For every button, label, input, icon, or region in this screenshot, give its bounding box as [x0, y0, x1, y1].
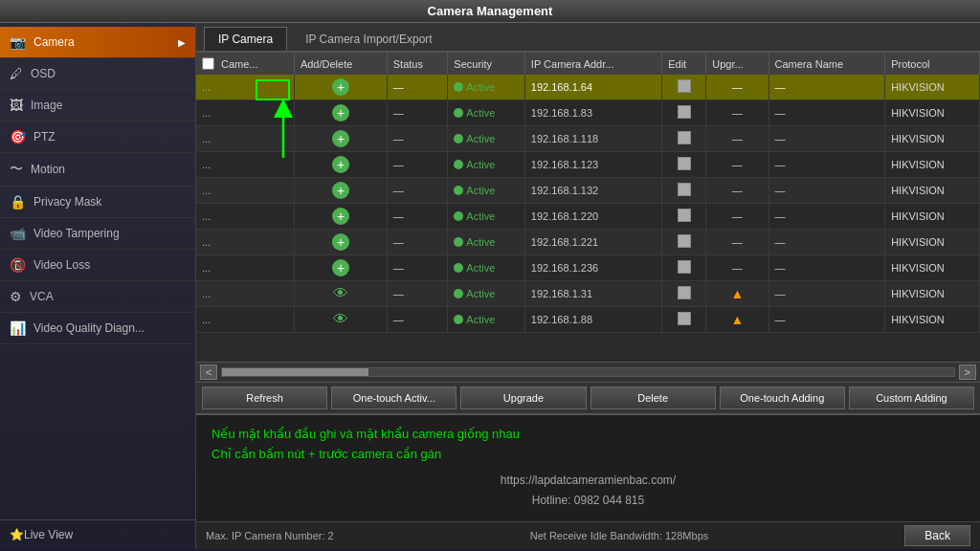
- cell-status-2: —: [387, 126, 448, 152]
- sidebar-item-privacy-mask[interactable]: 🔒 Privacy Mask: [0, 187, 195, 218]
- info-text-1: Nếu mật khẩu đầu ghi và mật khẩu camera …: [212, 425, 965, 465]
- cell-edit-5[interactable]: [662, 204, 706, 230]
- select-all-checkbox[interactable]: [202, 57, 214, 70]
- cell-add-8[interactable]: 👁: [295, 281, 387, 307]
- col-header-8: Protocol: [885, 53, 980, 75]
- action-btn-0[interactable]: Refresh: [202, 386, 327, 409]
- tab-ip-camera-import/export[interactable]: IP Camera Import/Export: [291, 27, 447, 51]
- edit-icon-6[interactable]: [678, 234, 691, 248]
- add-camera-btn-1[interactable]: +: [332, 104, 349, 121]
- edit-icon-2[interactable]: [678, 131, 691, 144]
- add-camera-btn-4[interactable]: +: [332, 182, 349, 199]
- sidebar-item-live-view[interactable]: ⭐ Live View: [0, 519, 195, 549]
- table-row: ...+—Active192.168.1.83——HIKVISION: [196, 100, 980, 126]
- eye-btn-9[interactable]: 👁: [333, 311, 348, 327]
- cell-add-2[interactable]: +: [295, 126, 387, 152]
- edit-icon-1[interactable]: [678, 105, 691, 119]
- add-camera-btn-2[interactable]: +: [332, 130, 349, 147]
- edit-icon-4[interactable]: [678, 183, 691, 196]
- status-active-4: Active: [454, 185, 519, 196]
- back-button[interactable]: Back: [904, 525, 970, 546]
- info-website: https://lapdatcameramienbac.com/ Hotline…: [212, 471, 965, 512]
- cell-cam-6: ...: [196, 230, 295, 255]
- cell-ip-9: 192.168.1.88: [524, 307, 661, 333]
- sidebar-item-video-loss[interactable]: 📵 Video Loss: [0, 250, 195, 281]
- sidebar-label-video-tampering: Video Tampering: [33, 227, 120, 240]
- sidebar-label-motion: Motion: [31, 163, 65, 176]
- cell-status-6: —: [387, 230, 448, 255]
- cell-edit-3[interactable]: [662, 152, 706, 178]
- sidebar-item-vca[interactable]: ⚙ VCA: [0, 281, 195, 313]
- sidebar-item-video-quality[interactable]: 📊 Video Quality Diagn...: [0, 313, 195, 344]
- edit-icon-3[interactable]: [678, 157, 691, 170]
- cell-upgrade-6: —: [706, 230, 768, 255]
- table-row: ...+—Active192.168.1.123——HIKVISION: [196, 152, 980, 178]
- warning-icon-8: ▲: [730, 286, 744, 301]
- edit-icon-8[interactable]: [678, 286, 691, 299]
- edit-icon-0[interactable]: [678, 79, 691, 93]
- action-btn-3[interactable]: Delete: [590, 386, 716, 409]
- cell-add-5[interactable]: +: [295, 204, 387, 230]
- cell-protocol-8: HIKVISION: [885, 281, 980, 307]
- sidebar-item-ptz[interactable]: 🎯 PTZ: [0, 121, 195, 153]
- cell-edit-1[interactable]: [662, 100, 706, 126]
- cell-edit-0[interactable]: [662, 75, 706, 100]
- info-area: Nếu mật khẩu đầu ghi và mật khẩu camera …: [196, 413, 980, 521]
- cell-security-9: Active: [448, 307, 525, 333]
- status-active-0: Active: [454, 81, 519, 93]
- action-btn-2[interactable]: Upgrade: [460, 386, 586, 409]
- cell-edit-4[interactable]: [662, 178, 706, 204]
- cell-name-9: —: [768, 307, 885, 333]
- tab-ip-camera[interactable]: IP Camera: [204, 27, 287, 51]
- cell-add-4[interactable]: +: [295, 178, 387, 204]
- table-row: ...👁—Active192.168.1.31▲—HIKVISION: [196, 281, 980, 307]
- cell-status-7: —: [387, 255, 448, 281]
- vca-icon: ⚙: [10, 289, 22, 304]
- cell-upgrade-9: ▲: [706, 307, 768, 333]
- cell-edit-8[interactable]: [662, 281, 706, 307]
- action-btn-4[interactable]: One-touch Adding: [720, 386, 845, 409]
- status-bar: Max. IP Camera Number: 2 Net Receive Idl…: [196, 521, 980, 549]
- scroll-track[interactable]: [221, 367, 954, 377]
- cell-edit-7[interactable]: [662, 255, 706, 281]
- edit-icon-9[interactable]: [678, 312, 691, 325]
- edit-icon-7[interactable]: [678, 260, 691, 274]
- status-active-3: Active: [454, 159, 519, 170]
- cell-upgrade-3: —: [706, 152, 768, 178]
- cell-name-3: —: [768, 152, 885, 178]
- sidebar-item-osd[interactable]: 🖊 OSD: [0, 58, 195, 90]
- cell-edit-2[interactable]: [662, 126, 706, 152]
- cell-protocol-5: HIKVISION: [885, 204, 980, 230]
- add-camera-btn-0[interactable]: +: [332, 78, 349, 96]
- cell-security-3: Active: [448, 152, 525, 178]
- sidebar-item-camera[interactable]: 📷 Camera ▶: [0, 27, 195, 58]
- cell-add-1[interactable]: +: [295, 100, 387, 126]
- add-camera-btn-5[interactable]: +: [332, 208, 349, 225]
- cell-add-7[interactable]: +: [295, 255, 387, 281]
- cell-edit-6[interactable]: [662, 230, 706, 255]
- cell-name-5: —: [768, 204, 885, 230]
- cell-add-0[interactable]: +: [295, 75, 387, 100]
- sidebar-label-video-quality: Video Quality Diagn...: [33, 321, 145, 335]
- cell-add-3[interactable]: +: [295, 152, 387, 178]
- cell-upgrade-0: —: [706, 75, 768, 100]
- cell-add-9[interactable]: 👁: [295, 307, 387, 333]
- cell-add-6[interactable]: +: [295, 230, 387, 255]
- action-btn-5[interactable]: Custom Adding: [849, 386, 974, 409]
- horizontal-scrollbar[interactable]: < >: [196, 362, 980, 382]
- col-header-5: Edit: [662, 53, 706, 75]
- edit-icon-5[interactable]: [678, 209, 691, 222]
- add-camera-btn-7[interactable]: +: [332, 259, 349, 276]
- cell-edit-9[interactable]: [662, 307, 706, 333]
- sidebar-label-privacy-mask: Privacy Mask: [33, 195, 101, 209]
- scroll-left-btn[interactable]: <: [200, 364, 217, 380]
- scroll-right-btn[interactable]: >: [959, 364, 976, 380]
- sidebar-item-motion[interactable]: 〜 Motion: [0, 153, 195, 187]
- cell-ip-1: 192.168.1.83: [524, 100, 661, 126]
- sidebar-item-image[interactable]: 🖼 Image: [0, 90, 195, 121]
- add-camera-btn-3[interactable]: +: [332, 156, 349, 173]
- add-camera-btn-6[interactable]: +: [332, 233, 349, 251]
- action-btn-1[interactable]: One-touch Activ...: [331, 386, 457, 409]
- eye-btn-8[interactable]: 👁: [333, 285, 348, 301]
- sidebar-item-video-tampering[interactable]: 📹 Video Tampering: [0, 218, 195, 250]
